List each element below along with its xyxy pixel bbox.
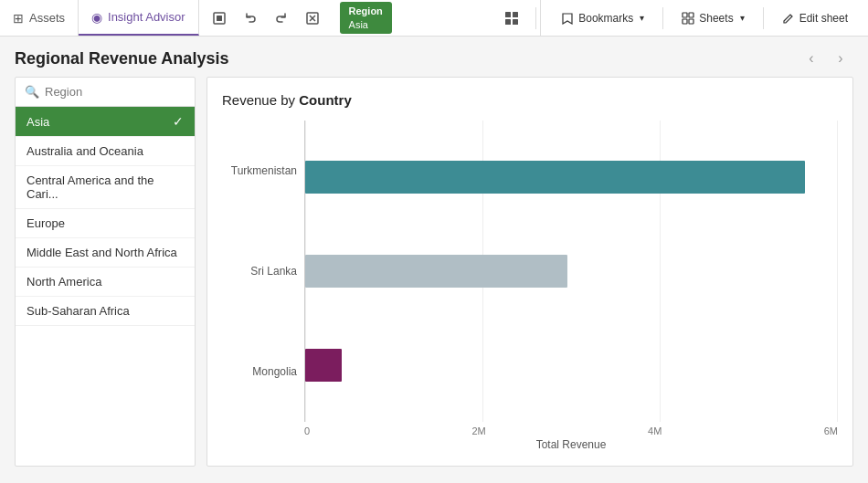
y-axis: TurkmenistanSri LankaMongolia bbox=[222, 121, 304, 422]
page-title: Regional Revenue Analysis bbox=[15, 49, 228, 68]
insight-advisor-tab-label: Insight Advisor bbox=[108, 10, 185, 24]
bars-section bbox=[304, 121, 838, 422]
bar-group bbox=[305, 121, 838, 422]
x-tick-label: 0 bbox=[304, 425, 310, 436]
bookmarks-label: Bookmarks bbox=[578, 12, 633, 25]
sidebar-item-label: North America bbox=[26, 275, 101, 289]
active-filter-pill[interactable]: Region Asia bbox=[340, 2, 392, 34]
y-axis-label: Sri Lanka bbox=[250, 222, 297, 321]
sidebar-item-label: Sub-Saharan Africa bbox=[26, 304, 130, 318]
sidebar-list-item[interactable]: Europe bbox=[16, 209, 195, 238]
sidebar-list-item[interactable]: Central America and the Cari... bbox=[16, 166, 195, 209]
redo-btn[interactable] bbox=[267, 4, 296, 33]
main-content: 🔍 Asia✓Australia and OceaniaCentral Amer… bbox=[0, 77, 868, 481]
sidebar-list-item[interactable]: North America bbox=[16, 268, 195, 297]
assets-tab[interactable]: ⊞ Assets bbox=[0, 0, 79, 36]
grid-view-btn[interactable] bbox=[497, 4, 526, 33]
chart-inner: TurkmenistanSri LankaMongolia bbox=[222, 121, 838, 422]
sidebar-list-item[interactable]: Australia and Oceania bbox=[16, 137, 195, 166]
clear-selections-btn[interactable] bbox=[298, 4, 327, 33]
bar-row[interactable] bbox=[305, 154, 838, 200]
x-tick-label: 6M bbox=[824, 425, 838, 436]
svg-rect-10 bbox=[689, 13, 693, 17]
x-tick-label: 2M bbox=[471, 425, 485, 436]
bar-row[interactable] bbox=[305, 248, 838, 294]
sidebar-list-item[interactable]: Middle East and North Africa bbox=[16, 238, 195, 268]
svg-rect-5 bbox=[505, 12, 511, 17]
chart-container: TurkmenistanSri LankaMongolia 02M4M6M To… bbox=[222, 121, 838, 451]
svg-rect-8 bbox=[513, 19, 518, 25]
next-page-btn[interactable]: › bbox=[828, 46, 853, 71]
y-axis-label: Turkmenistan bbox=[231, 121, 297, 221]
checkmark-icon: ✓ bbox=[173, 114, 184, 129]
pill-value-label: Asia bbox=[349, 18, 383, 31]
selection-mode-btn[interactable] bbox=[205, 4, 234, 33]
bookmarks-chevron: ▾ bbox=[640, 13, 644, 23]
chart-area: Revenue by Country TurkmenistanSri Lanka… bbox=[206, 77, 853, 467]
prev-page-btn[interactable]: ‹ bbox=[799, 46, 824, 71]
sidebar-list: Asia✓Australia and OceaniaCentral Americ… bbox=[16, 107, 195, 326]
bookmarks-btn[interactable]: Bookmarks ▾ bbox=[552, 8, 653, 28]
sidebar: 🔍 Asia✓Australia and OceaniaCentral Amer… bbox=[15, 77, 196, 467]
svg-rect-6 bbox=[513, 12, 518, 17]
chart-title: Revenue by Country bbox=[222, 92, 838, 108]
topbar: ⊞ Assets ◉ Insight Advisor Region Asia bbox=[0, 0, 868, 37]
y-axis-label: Mongolia bbox=[252, 322, 297, 422]
sheets-label: Sheets bbox=[699, 12, 733, 25]
bar[interactable] bbox=[305, 349, 342, 382]
nav-arrows: ‹ › bbox=[799, 46, 853, 71]
topbar-right: Bookmarks ▾ Sheets ▾ Edit sheet bbox=[540, 0, 868, 36]
search-icon: 🔍 bbox=[25, 85, 39, 99]
edit-sheet-btn[interactable]: Edit sheet bbox=[773, 8, 857, 28]
x-axis-label: Total Revenue bbox=[222, 438, 838, 451]
svg-rect-1 bbox=[217, 16, 222, 21]
insight-advisor-icon: ◉ bbox=[91, 10, 102, 25]
sheets-chevron: ▾ bbox=[740, 13, 745, 23]
bar[interactable] bbox=[305, 161, 805, 194]
pill-region-label: Region bbox=[349, 5, 383, 17]
svg-rect-11 bbox=[683, 19, 687, 24]
bar[interactable] bbox=[305, 255, 567, 288]
sheets-btn[interactable]: Sheets ▾ bbox=[672, 8, 753, 28]
insight-advisor-tab[interactable]: ◉ Insight Advisor bbox=[79, 0, 199, 36]
svg-rect-9 bbox=[683, 13, 687, 17]
sidebar-item-label: Europe bbox=[26, 216, 65, 230]
page-header: Regional Revenue Analysis ‹ › bbox=[0, 37, 868, 77]
sidebar-list-item[interactable]: Asia✓ bbox=[16, 107, 195, 137]
svg-rect-7 bbox=[505, 19, 511, 25]
sidebar-item-label: Central America and the Cari... bbox=[26, 173, 184, 201]
chart-title-prefix: Revenue by bbox=[222, 92, 299, 108]
sidebar-item-label: Middle East and North Africa bbox=[26, 246, 177, 259]
sidebar-item-label: Australia and Oceania bbox=[26, 144, 143, 158]
toolbar-icons bbox=[199, 4, 333, 33]
bar-row[interactable] bbox=[305, 342, 838, 388]
undo-btn[interactable] bbox=[236, 4, 265, 33]
edit-sheet-label: Edit sheet bbox=[799, 12, 848, 25]
sidebar-item-label: Asia bbox=[26, 115, 49, 129]
assets-icon: ⊞ bbox=[13, 11, 24, 26]
sidebar-list-item[interactable]: Sub-Saharan Africa bbox=[16, 297, 195, 326]
sidebar-search[interactable]: 🔍 bbox=[16, 78, 195, 107]
search-input[interactable] bbox=[45, 85, 185, 99]
svg-rect-12 bbox=[689, 19, 693, 24]
assets-tab-label: Assets bbox=[29, 11, 65, 25]
right-toolbar-icons bbox=[492, 4, 532, 33]
chart-title-bold: Country bbox=[299, 92, 352, 108]
x-tick-label: 4M bbox=[648, 425, 662, 436]
x-axis: 02M4M6M bbox=[222, 422, 838, 436]
